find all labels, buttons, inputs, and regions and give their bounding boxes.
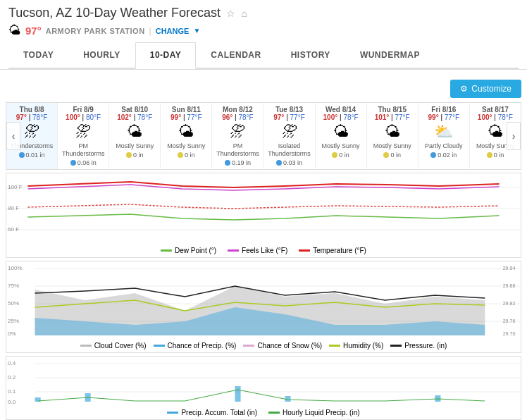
precip-dot	[276, 160, 282, 166]
legend-label: Precip. Accum. Total (in)	[181, 409, 257, 416]
legend-color-swatch	[299, 249, 310, 252]
legend-label: Humidity (%)	[343, 342, 383, 350]
main-content: ⚙ Customize ‹ Thu 8/8 97° | 78°F ⛈ Thund…	[0, 70, 527, 420]
day-temps: 100° | 78°F	[317, 113, 365, 121]
legend-item: Humidity (%)	[329, 342, 383, 350]
day-precip: 0 in	[471, 152, 519, 159]
legend-color-swatch	[228, 249, 239, 252]
nav-tabs: TODAY HOURLY 10-DAY CALENDAR HISTORY WUN…	[8, 42, 519, 69]
legend-label: Dew Point (°)	[175, 247, 216, 254]
day-temps: 100° | 78°F	[471, 113, 519, 121]
day-weather-icon: ⛅	[420, 123, 468, 141]
legend-item: Chance of Precip. (%)	[154, 342, 237, 350]
day-precip: 0 in	[317, 152, 365, 159]
forecast-day-2[interactable]: Sat 8/10 102° | 78°F 🌤 Mostly Sunny 0 in	[109, 103, 161, 169]
precip-value: 0 in	[494, 152, 504, 159]
legend-color-swatch	[329, 345, 340, 347]
legend-label: Hourly Liquid Precip. (in)	[283, 409, 360, 416]
legend-color-swatch	[243, 345, 254, 347]
precip-value: 0 in	[339, 152, 349, 159]
legend-item: Hourly Liquid Precip. (in)	[268, 409, 360, 416]
forecast-day-4[interactable]: Mon 8/12 96° | 78°F ⛈ PM Thunderstorms 0…	[212, 103, 264, 169]
day-label: Sun 8/11	[162, 106, 210, 113]
svg-text:75%: 75%	[8, 283, 19, 289]
svg-text:25%: 25%	[8, 318, 19, 324]
forecast-day-1[interactable]: Fri 8/9 100° | 80°F ⛈ PM Thunderstorms 0…	[58, 103, 109, 169]
location-row: 🌤 97° ARMORY PARK STATION | CHANGE ▼	[8, 23, 519, 38]
svg-text:0.4: 0.4	[8, 360, 16, 366]
legend-color-swatch	[161, 249, 172, 252]
precip-dot	[70, 160, 76, 166]
precip-chart: 100% 75% 50% 25% 0% 29.94 29.88 29.82 29…	[6, 261, 521, 339]
day-weather-icon: ⛈	[213, 123, 261, 141]
forecast-container: ‹ Thu 8/8 97° | 78°F ⛈ Thunderstorms 0.0…	[6, 102, 521, 170]
legend-color-swatch	[390, 345, 402, 347]
tab-hourly[interactable]: HOURLY	[68, 42, 135, 68]
station-name: ARMORY PARK STATION	[46, 27, 145, 35]
day-label: Tue 8/13	[265, 106, 313, 113]
legend-item: Pressure. (in)	[390, 342, 447, 350]
precip-value: 0 in	[390, 152, 401, 159]
day-precip: 0 in	[111, 152, 159, 159]
gear-icon: ⚙	[460, 84, 468, 94]
day-temps: 97° | 78°F	[8, 113, 56, 121]
precip-dot	[126, 152, 132, 158]
forecast-day-3[interactable]: Sun 8/11 99° | 77°F 🌤 Mostly Sunny 0 in	[161, 103, 212, 169]
forecast-day-7[interactable]: Thu 8/15 101° | 77°F 🌤 Mostly Sunny 0 in	[367, 103, 418, 169]
tab-10day[interactable]: 10-DAY	[135, 42, 197, 69]
legend-item: Cloud Cover (%)	[80, 342, 147, 350]
temp-chart-section: 100 F 80 F 60 F Dew Point (°)Feels Like …	[6, 173, 521, 258]
star-icon[interactable]: ☆	[226, 8, 235, 19]
day-precip: 0.19 in	[213, 159, 261, 166]
day-label: Wed 8/14	[317, 106, 365, 113]
tab-wundermap[interactable]: WUNDERMAP	[345, 42, 435, 68]
legend-color-swatch	[154, 345, 165, 347]
legend-item: Dew Point (°)	[161, 247, 216, 254]
legend-label: Feels Like (°F)	[242, 247, 287, 254]
legend-label: Pressure. (in)	[404, 342, 447, 350]
tab-history[interactable]: HISTORY	[276, 42, 345, 68]
precip-chart-section: 100% 75% 50% 25% 0% 29.94 29.88 29.82 29…	[6, 261, 521, 353]
customize-row: ⚙ Customize	[6, 75, 521, 102]
day-weather-icon: 🌤	[162, 123, 210, 141]
day-temps: 97° | 77°F	[265, 113, 313, 121]
rain-chart-section: 0.4 0.2 0.1 0.0 Precip. Accum. Total (in…	[6, 356, 521, 420]
legend-color-swatch	[80, 345, 92, 347]
separator: |	[149, 26, 151, 36]
svg-rect-31	[235, 386, 240, 402]
precip-dot	[225, 160, 230, 166]
page-title: Tucson, AZ 10-Day Weather Forecast	[8, 6, 221, 20]
svg-text:29.82: 29.82	[503, 301, 516, 306]
legend-label: Temperature (°F)	[313, 247, 366, 254]
tab-calendar[interactable]: CALENDAR	[196, 42, 275, 68]
day-precip: 0 in	[368, 152, 416, 159]
tab-today[interactable]: TODAY	[8, 42, 68, 68]
day-temps: 96° | 78°F	[213, 113, 261, 121]
svg-text:100 F: 100 F	[8, 184, 23, 190]
legend-item: Temperature (°F)	[299, 247, 366, 254]
day-weather-icon: ⛈	[59, 123, 107, 141]
customize-button[interactable]: ⚙ Customize	[450, 80, 521, 98]
legend-item: Precip. Accum. Total (in)	[167, 409, 257, 416]
day-description: Partly Cloudy	[420, 142, 468, 150]
svg-text:29.76: 29.76	[503, 319, 516, 323]
next-arrow[interactable]: ›	[507, 122, 521, 150]
temp-chart-legend: Dew Point (°)Feels Like (°F)Temperature …	[6, 244, 521, 257]
legend-label: Chance of Snow (%)	[257, 342, 322, 350]
svg-text:29.94: 29.94	[503, 266, 516, 271]
forecast-day-8[interactable]: Fri 8/16 99° | 77°F ⛅ Partly Cloudy 0.02…	[418, 103, 470, 169]
forecast-day-5[interactable]: Tue 8/13 97° | 77°F ⛈ Isolated Thunderst…	[264, 103, 315, 169]
day-label: Sat 8/10	[111, 106, 159, 113]
day-description: PM Thunderstorms	[213, 142, 261, 158]
forecast-day-6[interactable]: Wed 8/14 100° | 78°F 🌤 Mostly Sunny 0 in	[316, 103, 367, 169]
day-weather-icon: ⛈	[265, 123, 313, 141]
svg-text:29.70: 29.70	[503, 331, 516, 336]
day-description: PM Thunderstorms	[59, 142, 107, 158]
home-icon[interactable]: ⌂	[241, 8, 247, 19]
precip-value: 0 in	[133, 152, 144, 159]
day-precip: 0 in	[162, 152, 210, 159]
day-description: Mostly Sunny	[111, 142, 159, 150]
change-location-link[interactable]: CHANGE	[156, 27, 190, 35]
prev-arrow[interactable]: ‹	[6, 122, 20, 150]
precip-dot	[19, 152, 25, 158]
